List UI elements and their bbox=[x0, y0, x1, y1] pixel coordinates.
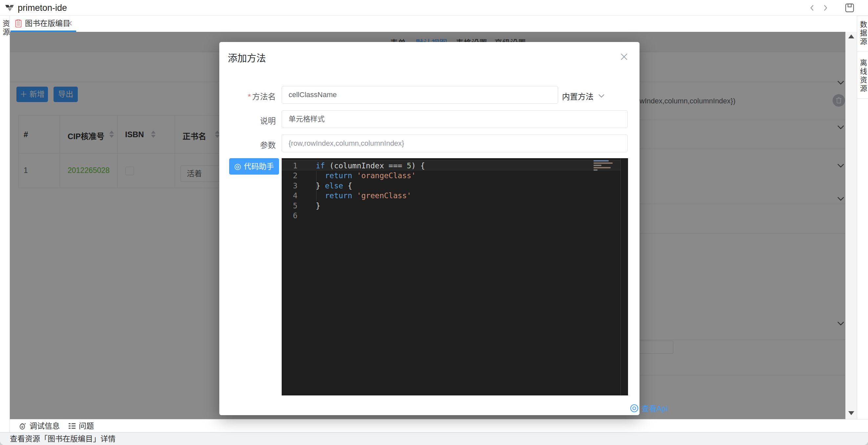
bottom-panel: 调试信息 问题 bbox=[10, 419, 868, 432]
code-lines: if (columnIndex === 5) { return 'orangeC… bbox=[316, 161, 425, 221]
params-input[interactable]: {row,rowIndex,column,columnIndex} bbox=[282, 134, 628, 152]
description-input[interactable]: 单元格样式 bbox=[282, 110, 628, 128]
code-assistant-button[interactable]: ◎代码助手 bbox=[229, 158, 279, 174]
description-label: 说明 bbox=[219, 115, 276, 126]
status-text: 查看资源「图书在版编目」详情 bbox=[0, 433, 868, 445]
left-rail-tab-resources[interactable]: 资源 bbox=[0, 20, 10, 37]
title-bar: primeton-ide bbox=[0, 0, 868, 16]
right-rail-tab-datasource[interactable]: 数据源 bbox=[857, 16, 868, 52]
problems-item[interactable]: 问题 bbox=[68, 419, 94, 433]
dialog-title: 添加方法 bbox=[228, 51, 266, 64]
dialog-close-icon[interactable] bbox=[619, 52, 629, 62]
right-rail-tab-offline-resources[interactable]: 离线资源 bbox=[857, 52, 868, 99]
tab-label: 图书在版编目 bbox=[25, 16, 70, 31]
scroll-up-icon[interactable] bbox=[848, 34, 854, 38]
chevron-down-icon bbox=[598, 94, 605, 99]
method-name-label: *方法名 bbox=[219, 90, 276, 102]
assistant-icon: ◎ bbox=[235, 162, 241, 171]
method-name-input[interactable]: cellClassName bbox=[282, 86, 558, 104]
save-icon[interactable] bbox=[844, 3, 855, 13]
list-icon bbox=[68, 422, 76, 430]
document-icon bbox=[15, 19, 22, 28]
vertical-scrollbar[interactable] bbox=[845, 32, 857, 419]
scroll-down-icon[interactable] bbox=[848, 411, 854, 415]
code-editor[interactable]: 123456 if (columnIndex === 5) { return '… bbox=[282, 158, 628, 395]
left-rail: 资源 bbox=[0, 16, 10, 432]
view-api-link[interactable]: 查看Api bbox=[630, 402, 668, 413]
tab-book-cip[interactable]: 图书在版编目 bbox=[10, 16, 76, 32]
tab-bar: 图书在版编目 bbox=[10, 16, 857, 32]
forward-icon[interactable] bbox=[822, 4, 829, 12]
params-label: 参数 bbox=[219, 139, 276, 150]
minimap-separator bbox=[620, 158, 621, 395]
bug-icon bbox=[19, 422, 27, 430]
app-title: primeton-ide bbox=[18, 0, 67, 16]
status-bar: 查看资源「图书在版编目」详情 bbox=[0, 432, 868, 445]
required-star: * bbox=[248, 92, 251, 101]
tab-close-icon[interactable] bbox=[66, 20, 73, 27]
right-rail: 数据源 离线资源 bbox=[857, 16, 868, 419]
line-numbers: 123456 bbox=[282, 161, 301, 221]
eye-icon bbox=[630, 404, 639, 413]
app-logo-icon bbox=[5, 3, 14, 13]
debug-info-item[interactable]: 调试信息 bbox=[19, 419, 60, 433]
builtin-method-dropdown[interactable]: 内置方法 bbox=[562, 90, 605, 102]
add-method-dialog: 添加方法 *方法名 cellClassName 内置方法 说明 单元格样式 参数… bbox=[219, 42, 640, 415]
app-window: primeton-ide 资源 图书在版编目 表单 bbox=[0, 0, 868, 445]
back-icon[interactable] bbox=[808, 4, 816, 12]
minimap[interactable] bbox=[594, 160, 620, 172]
